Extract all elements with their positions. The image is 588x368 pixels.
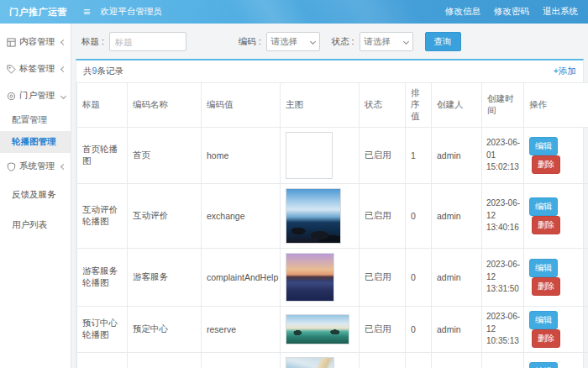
cell-code-name: 目的地名片 <box>128 353 202 368</box>
cell-sort: 0 <box>406 184 432 249</box>
carousel-thumbnail-image <box>286 253 334 302</box>
table-body: 首页轮播图 首页 home 已启用 1 admin 2023-06-01 15:… <box>77 128 588 368</box>
cell-created: 2023-06-12 10:35:13 <box>482 307 524 353</box>
change-password-link[interactable]: 修改密码 <box>494 6 529 18</box>
sidebar-item-system-mgmt[interactable]: 系统管理 <box>0 153 71 180</box>
status-filter-label: 状态 : <box>332 36 354 48</box>
cell-code-value: complaintAndHelp <box>202 249 281 307</box>
cell-status: 已启用 <box>360 353 406 368</box>
hamburger-menu-icon[interactable]: ≡ <box>83 5 90 18</box>
chevron-down-icon <box>60 92 66 98</box>
delete-button[interactable]: 删除 <box>532 216 560 234</box>
col-header-actions: 操作 <box>524 83 588 128</box>
cell-sort: 0 <box>406 307 432 353</box>
cell-code-name: 互动评价 <box>128 184 202 249</box>
table-row: 旅游指南轮播图 目的地名片 traffic 已启用 0 admin 2023-0… <box>77 353 588 368</box>
cell-creator: admin <box>432 128 482 184</box>
col-header-sort: 排序值 <box>406 83 432 128</box>
logout-link[interactable]: 退出系统 <box>543 6 578 18</box>
sidebar-item-label: 标签管理 <box>19 63 55 75</box>
chevron-left-icon <box>60 163 66 169</box>
sidebar-item-label: 系统管理 <box>19 160 55 172</box>
table-header-row: 标题 编码名称 编码值 主图 状态 排序值 创建人 创建时间 操作 <box>77 83 588 128</box>
cell-code-name: 游客服务 <box>128 249 202 307</box>
cell-sort: 1 <box>406 128 432 184</box>
cell-code-value: reserve <box>202 307 281 353</box>
edit-button[interactable]: 编辑 <box>529 362 558 368</box>
cell-actions: 编辑 删除 <box>524 128 588 184</box>
status-select-value: 请选择 <box>365 36 391 48</box>
cell-creator: admin <box>432 353 482 368</box>
code-select[interactable]: 请选择 <box>266 32 320 51</box>
cell-status: 已启用 <box>360 249 406 307</box>
cell-title: 首页轮播图 <box>77 128 128 184</box>
content-icon <box>7 38 16 47</box>
main-content: 标题 : 编码 : 请选择 状态 : 请选择 查询 共9条记录 +添加 <box>71 24 588 368</box>
cell-title: 旅游指南轮播图 <box>77 353 128 368</box>
sidebar-item-feedback[interactable]: 反馈及服务 <box>0 180 71 210</box>
col-header-main-image: 主图 <box>281 83 360 128</box>
cell-code-name: 预定中心 <box>128 307 202 353</box>
sidebar-item-portal-mgmt[interactable]: 门户管理 <box>0 82 71 109</box>
sidebar-item-label: 门户管理 <box>19 90 55 102</box>
cell-actions: 编辑 删除 <box>524 184 588 249</box>
edit-button[interactable]: 编辑 <box>529 311 558 329</box>
filter-bar: 标题 : 编码 : 请选择 状态 : 请选择 查询 <box>71 24 588 59</box>
sidebar-item-carousel-mgmt[interactable]: 轮播图管理 <box>0 131 71 153</box>
cell-actions: 编辑 删除 <box>524 249 588 307</box>
records-panel: 共9条记录 +添加 标题 编码名称 编码值 主图 状态 排序值 创建 <box>76 59 584 368</box>
cell-code-name: 首页 <box>128 128 202 184</box>
title-filter-input[interactable] <box>109 32 186 51</box>
cell-actions: 编辑 删除 <box>524 353 588 368</box>
cell-sort: 0 <box>406 353 432 368</box>
table-row: 游客服务轮播图 游客服务 complaintAndHelp 已启用 0 admi… <box>77 249 588 307</box>
col-header-created: 创建时间 <box>482 83 524 128</box>
cell-sort: 0 <box>406 249 432 307</box>
cell-created: 2023-06-12 <box>482 353 524 368</box>
table-row: 预订中心轮播图 预定中心 reserve 已启用 0 admin 2023-06… <box>77 307 588 353</box>
chevron-down-icon <box>310 39 316 45</box>
col-header-title: 标题 <box>77 83 128 128</box>
edit-button[interactable]: 编辑 <box>529 259 558 277</box>
tag-icon <box>7 65 16 74</box>
add-button[interactable]: +添加 <box>554 66 576 77</box>
edit-button[interactable]: 编辑 <box>529 197 558 216</box>
chevron-left-icon <box>60 39 66 45</box>
cell-created: 2023-06-12 13:31:50 <box>482 249 524 307</box>
cell-creator: admin <box>432 249 482 307</box>
edit-button[interactable]: 编辑 <box>529 137 558 155</box>
sidebar-item-tag-mgmt[interactable]: 标签管理 <box>0 55 71 82</box>
welcome-text: 欢迎平台管理员 <box>100 6 162 18</box>
cell-status: 已启用 <box>360 184 406 249</box>
shield-icon <box>7 162 16 171</box>
cell-created: 2023-06-01 15:02:13 <box>482 128 524 184</box>
cell-title: 预订中心轮播图 <box>77 307 128 353</box>
carousel-thumbnail-image <box>286 188 341 244</box>
col-header-code-value: 编码值 <box>202 83 281 128</box>
cell-created: 2023-06-12 13:40:16 <box>482 184 524 249</box>
code-filter-label: 编码 : <box>239 36 261 48</box>
sidebar-item-content-mgmt[interactable]: 内容管理 <box>0 29 71 55</box>
sidebar-item-label: 内容管理 <box>19 36 55 48</box>
sidebar-item-config-mgmt[interactable]: 配置管理 <box>0 109 71 131</box>
title-filter-label: 标题 : <box>81 36 104 48</box>
cell-main-image <box>281 184 360 249</box>
cell-code-value: exchange <box>202 184 281 249</box>
edit-info-link[interactable]: 修改信息 <box>445 6 480 18</box>
carousel-table: 标题 编码名称 编码值 主图 状态 排序值 创建人 创建时间 操作 首页轮播图 … <box>76 82 588 368</box>
delete-button[interactable]: 删除 <box>532 277 560 296</box>
delete-button[interactable]: 删除 <box>532 155 560 174</box>
status-select[interactable]: 请选择 <box>360 32 413 51</box>
header-links: 修改信息 修改密码 退出系统 <box>445 6 588 18</box>
record-count: 共9条记录 <box>83 66 123 77</box>
cell-main-image <box>281 353 360 368</box>
col-header-status: 状态 <box>360 83 406 128</box>
panel-header: 共9条记录 +添加 <box>76 60 583 82</box>
cell-main-image <box>281 128 360 184</box>
cell-status: 已启用 <box>360 307 406 353</box>
sidebar-item-user-list[interactable]: 用户列表 <box>0 210 71 240</box>
delete-button[interactable]: 删除 <box>532 329 560 348</box>
cell-code-value: traffic <box>202 353 281 368</box>
search-button[interactable]: 查询 <box>425 32 461 51</box>
sidebar: 内容管理 标签管理 门户管理 配置管理 轮播图管理 系统管理 反馈及服务 <box>0 24 71 368</box>
